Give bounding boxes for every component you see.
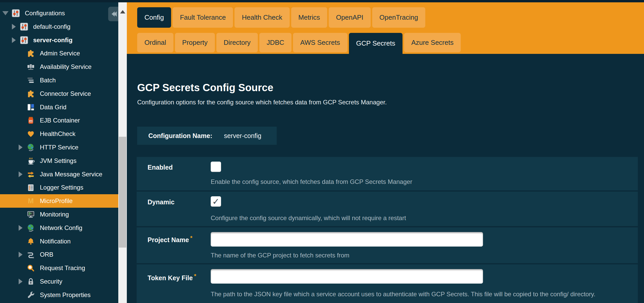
page-title: GCP Secrets Config Source bbox=[137, 82, 273, 93]
configuration-name-value: server-config bbox=[224, 132, 261, 140]
double-chevron-left-icon bbox=[114, 11, 117, 17]
secondary-tab-property[interactable]: Property bbox=[175, 33, 215, 52]
tree-item-request-tracing[interactable]: Request Tracing bbox=[0, 261, 118, 275]
tree-item-label: JVM Settings bbox=[40, 157, 76, 164]
field-help-project-name: The name of the GCP project to fetch sec… bbox=[211, 252, 349, 259]
tree-item-security[interactable]: Security bbox=[0, 275, 118, 288]
tree-item-orb[interactable]: ORB bbox=[0, 248, 118, 261]
secondary-tab-aws-secrets[interactable]: AWS Secrets bbox=[293, 33, 347, 52]
expander-expand-icon[interactable] bbox=[17, 252, 24, 257]
tab-band: ConfigFault ToleranceHealth CheckMetrics… bbox=[127, 2, 644, 54]
tree-item-notification[interactable]: Notification bbox=[0, 235, 118, 248]
secondary-tab-azure-secrets[interactable]: Azure Secrets bbox=[404, 33, 461, 52]
primary-tab-openapi[interactable]: OpenAPI bbox=[329, 7, 371, 28]
tree-item-availability-service[interactable]: Availability Service bbox=[0, 60, 118, 74]
token-key-file-input[interactable] bbox=[211, 269, 483, 284]
sidebar-scrollbar[interactable] bbox=[118, 2, 127, 303]
lock-icon bbox=[26, 277, 36, 286]
project-name-input[interactable] bbox=[211, 232, 483, 247]
form-row-token-key-file: Token Key File*The path to the JSON key … bbox=[137, 264, 638, 303]
cluster-icon bbox=[26, 62, 36, 71]
field-help-enabled: Enable the config source, which fetches … bbox=[211, 178, 412, 185]
jar-icon: JAR bbox=[26, 116, 36, 125]
field-label-project-name: Project Name* bbox=[148, 235, 192, 244]
secondary-tab-row: OrdinalPropertyDirectoryJDBCAWS SecretsG… bbox=[137, 33, 461, 54]
secondary-tab-directory[interactable]: Directory bbox=[216, 33, 258, 52]
monitor-icon bbox=[26, 210, 36, 219]
scrollbar-thumb[interactable] bbox=[119, 137, 126, 248]
expander-expand-icon[interactable] bbox=[10, 24, 17, 30]
tree-item-label: ORB bbox=[40, 251, 53, 258]
field-help-dynamic: Configure the config source dynamically,… bbox=[211, 214, 406, 222]
tree-item-label: Notification bbox=[40, 238, 71, 245]
form-row-project-name: Project Name*The name of the GCP project… bbox=[137, 227, 638, 263]
required-asterisk: * bbox=[190, 235, 193, 241]
magnifier-icon bbox=[26, 264, 36, 272]
tree-item-label: HealthCheck bbox=[40, 130, 75, 138]
tree-item-default-config[interactable]: default-config bbox=[0, 20, 118, 33]
coffee-icon bbox=[26, 156, 36, 165]
tree-item-label: default-config bbox=[33, 23, 70, 30]
tree-item-healthcheck[interactable]: HealthCheck bbox=[0, 127, 118, 141]
tree-item-label: Configurations bbox=[25, 10, 65, 17]
batch-icon bbox=[26, 76, 36, 85]
secondary-tab-gcp-secrets[interactable]: GCP Secrets bbox=[349, 33, 403, 54]
expander-expand-icon[interactable] bbox=[17, 225, 24, 231]
secondary-tab-ordinal[interactable]: Ordinal bbox=[137, 33, 173, 52]
globe-icon bbox=[26, 223, 36, 232]
main-content: ConfigFault ToleranceHealth CheckMetrics… bbox=[127, 2, 644, 303]
tree-item-server-config[interactable]: server-config bbox=[0, 33, 118, 47]
tree-item-connector-service[interactable]: Connector Service bbox=[0, 87, 118, 100]
tree-item-label: Security bbox=[40, 278, 62, 285]
tree-item-jvm-settings[interactable]: JVM Settings bbox=[0, 154, 118, 168]
tree-item-label: EJB Container bbox=[40, 117, 80, 124]
secondary-tab-jdbc[interactable]: JDBC bbox=[259, 33, 291, 52]
tree-item-label: System Properties bbox=[40, 291, 91, 299]
tree-item-microprofile[interactable]: MMicroProfile bbox=[0, 194, 118, 208]
puzzle-icon bbox=[26, 89, 36, 98]
tree-item-logger-settings[interactable]: Logger Settings bbox=[0, 181, 118, 194]
tree-item-batch[interactable]: Batch bbox=[0, 74, 118, 87]
primary-tab-health-check[interactable]: Health Check bbox=[235, 7, 289, 28]
tree-item-configurations[interactable]: Configurations bbox=[0, 6, 118, 20]
tree-item-system-properties[interactable]: System Properties bbox=[0, 288, 118, 302]
checkmark-icon: ✓ bbox=[212, 196, 220, 207]
enabled-checkbox[interactable] bbox=[211, 162, 221, 172]
config-sliders-icon bbox=[19, 22, 29, 31]
field-label-dynamic: Dynamic bbox=[148, 198, 174, 206]
tree-item-data-grid[interactable]: Data Grid bbox=[0, 100, 118, 114]
primary-tab-config[interactable]: Config bbox=[137, 7, 171, 28]
form-row-dynamic: Dynamic✓Configure the config source dyna… bbox=[137, 192, 638, 226]
field-help-token-key-file: The path to the JSON key file which a se… bbox=[211, 291, 595, 298]
puzzle-icon bbox=[26, 49, 36, 58]
navigation-tree-sidebar: Configurationsdefault-configserver-confi… bbox=[0, 2, 118, 303]
tree-item-label: Java Message Service bbox=[40, 171, 102, 178]
tree-item-label: Availability Service bbox=[40, 63, 92, 70]
tree-item-label: Network Config bbox=[40, 224, 82, 232]
primary-tab-opentracing[interactable]: OpenTracing bbox=[372, 7, 425, 28]
primary-tab-metrics[interactable]: Metrics bbox=[291, 7, 327, 28]
primary-tab-fault-tolerance[interactable]: Fault Tolerance bbox=[173, 7, 233, 28]
tree-item-label: Data Grid bbox=[40, 104, 67, 111]
tree-item-java-message-service[interactable]: Java Message Service bbox=[0, 168, 118, 181]
tree-item-label: Request Tracing bbox=[40, 264, 85, 272]
tree-item-http-service[interactable]: HTTP Service bbox=[0, 141, 118, 154]
expander-collapse-icon[interactable] bbox=[2, 11, 9, 15]
expander-expand-icon[interactable] bbox=[17, 145, 24, 150]
tree-item-label: server-config bbox=[33, 37, 72, 44]
expander-expand-icon[interactable] bbox=[17, 171, 24, 177]
scrollbar-up-arrow-icon[interactable] bbox=[120, 10, 125, 13]
tree-item-admin-service[interactable]: Admin Service bbox=[0, 47, 118, 60]
expander-expand-icon[interactable] bbox=[10, 37, 17, 43]
config-sliders-icon bbox=[19, 35, 29, 45]
page-description: Configuration options for the config sou… bbox=[137, 99, 387, 106]
tree-item-ejb-container[interactable]: JAREJB Container bbox=[0, 114, 118, 127]
expander-expand-icon[interactable] bbox=[17, 279, 24, 284]
wrench-icon bbox=[26, 291, 36, 299]
dynamic-checkbox[interactable]: ✓ bbox=[211, 196, 221, 207]
sidebar-collapse-button[interactable] bbox=[108, 7, 118, 21]
microprofile-icon: M bbox=[26, 197, 36, 205]
tree-item-monitoring[interactable]: Monitoring bbox=[0, 208, 118, 221]
cable-icon bbox=[26, 250, 36, 259]
tree-item-network-config[interactable]: Network Config bbox=[0, 221, 118, 235]
